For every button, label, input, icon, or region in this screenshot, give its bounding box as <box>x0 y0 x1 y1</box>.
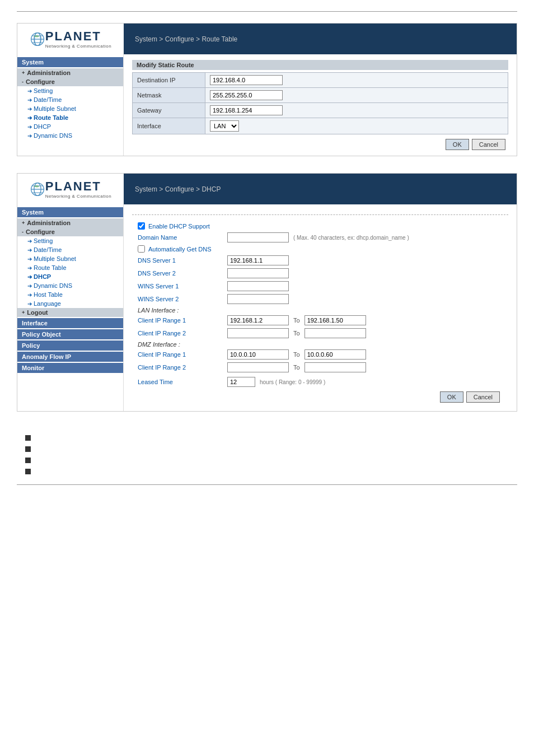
leased-time-label: Leased Time <box>138 379 227 385</box>
bullet-square-3 <box>25 458 31 463</box>
sidebar1-dhcp[interactable]: ➔ DHCP <box>17 122 123 131</box>
panel2-logo-text: PLANET Networking & Communication <box>45 179 111 199</box>
wins1-label: WINS Server 1 <box>138 283 227 290</box>
dmz-range1-to-separator: To <box>293 351 300 358</box>
dhcp-form: Enable DHCP Support Domain Name ( Max. 4… <box>132 220 508 405</box>
domain-name-input[interactable] <box>227 232 289 242</box>
bullet-item-3 <box>25 456 509 463</box>
globe-icon-2 <box>30 181 45 197</box>
arrow-icon-setting: ➔ <box>27 88 32 94</box>
panel1-logo: PLANET Networking & Communication <box>17 24 124 54</box>
panel-dhcp: PLANET Networking & Communication System… <box>17 173 517 412</box>
dns1-row: DNS Server 1 <box>138 255 503 265</box>
sidebar2-setting[interactable]: ➔ Setting <box>17 236 123 245</box>
leased-time-hint: hours ( Range: 0 - 99999 ) <box>260 379 325 385</box>
destination-ip-input[interactable] <box>210 75 283 85</box>
auto-dns-checkbox[interactable] <box>138 245 145 253</box>
sidebar1-dynamicdns[interactable]: ➔ Dynamic DNS <box>17 131 123 140</box>
dmz-range2-row: Client IP Range 2 To <box>138 362 503 372</box>
arrow2-datetime: ➔ <box>27 247 32 253</box>
panel1-main: Modify Static Route Destination IP Netma… <box>124 54 517 156</box>
form1-gateway-label: Gateway <box>133 103 205 118</box>
arrow-icon-datetime: ➔ <box>27 97 32 103</box>
form1-interface-label: Interface <box>133 118 205 134</box>
enable-dhcp-checkbox[interactable] <box>138 222 145 230</box>
sidebar2-logout[interactable]: + Logout <box>17 308 123 317</box>
domain-name-row: Domain Name ( Max. 40 characters, ex: dh… <box>138 232 503 242</box>
form1-ok-button[interactable]: OK <box>446 139 469 150</box>
dmz-range1-from-input[interactable] <box>227 349 289 360</box>
sidebar2-dynamicdns[interactable]: ➔ Dynamic DNS <box>17 281 123 290</box>
sidebar2-dhcp[interactable]: ➔ DHCP <box>17 272 123 281</box>
lan-range2-label: Client IP Range 2 <box>138 330 227 337</box>
dhcp-dotted-separator <box>132 214 508 215</box>
dns2-row: DNS Server 2 <box>138 268 503 278</box>
bullet-square-4 <box>25 469 31 474</box>
panel2-logo: PLANET Networking & Communication <box>17 174 124 204</box>
gateway-input[interactable] <box>210 105 283 115</box>
sidebar2-datetime[interactable]: ➔ Date/Time <box>17 245 123 254</box>
arrow2-dynamicdns: ➔ <box>27 283 32 289</box>
dns2-input[interactable] <box>227 268 289 278</box>
lan-range2-to-input[interactable] <box>305 328 366 338</box>
dmz-range2-to-input[interactable] <box>305 362 366 372</box>
wins2-input[interactable] <box>227 294 289 304</box>
panel2-tagline: Networking & Communication <box>45 194 111 199</box>
arrow2-setting: ➔ <box>27 238 32 244</box>
sidebar1-routetable[interactable]: ➔ Route Table <box>17 113 123 122</box>
arrow2-routetable: ➔ <box>27 265 32 271</box>
lan-range1-from-input[interactable] <box>227 315 289 325</box>
netmask-input[interactable] <box>210 90 283 100</box>
lan-interface-label: LAN Interface : <box>138 307 503 314</box>
wins1-input[interactable] <box>227 281 289 291</box>
sidebar2-language[interactable]: ➔ Language <box>17 299 123 308</box>
sidebar2-admin[interactable]: + Administration <box>17 218 123 227</box>
arrow-icon-multisubnet: ➔ <box>27 106 32 112</box>
arrow2-language: ➔ <box>27 301 32 307</box>
sidebar2-policy: Policy <box>17 340 123 351</box>
sidebar2-routetable[interactable]: ➔ Route Table <box>17 263 123 272</box>
form2-ok-button[interactable]: OK <box>440 391 463 403</box>
sidebar1-multisubnet[interactable]: ➔ Multiple Subnet <box>17 104 123 113</box>
form2-cancel-button[interactable]: Cancel <box>466 391 500 403</box>
arrow-icon-routetable: ➔ <box>27 115 32 121</box>
lan-range1-to-separator: To <box>293 317 300 324</box>
arrow2-hosttable: ➔ <box>27 292 32 298</box>
lan-range1-label: Client IP Range 1 <box>138 317 227 324</box>
domain-name-label: Domain Name <box>138 234 227 241</box>
sidebar2-multisubnet[interactable]: ➔ Multiple Subnet <box>17 254 123 263</box>
sidebar2-policyobject: Policy Object <box>17 329 123 339</box>
wins1-row: WINS Server 1 <box>138 281 503 291</box>
panel-route-table: PLANET Networking & Communication System… <box>17 23 517 156</box>
dmz-range1-to-input[interactable] <box>305 349 366 360</box>
sidebar2-hosttable[interactable]: ➔ Host Table <box>17 290 123 299</box>
panel2-main: Enable DHCP Support Domain Name ( Max. 4… <box>124 204 517 411</box>
dns1-label: DNS Server 1 <box>138 257 227 264</box>
panel1-tagline: Networking & Communication <box>45 44 111 49</box>
form1-dest-value <box>205 73 508 88</box>
dns1-input[interactable] <box>227 255 289 265</box>
domain-name-hint: ( Max. 40 characters, ex: dhcp.domain_na… <box>293 235 409 241</box>
auto-dns-row: Automatically Get DNS <box>138 245 503 253</box>
dmz-range2-from-input[interactable] <box>227 362 289 372</box>
sidebar1-datetime[interactable]: ➔ Date/Time <box>17 95 123 104</box>
form1-netmask-label: Netmask <box>133 88 205 103</box>
interface-select[interactable]: LAN WAN DMZ <box>210 120 239 132</box>
sidebar1-setting[interactable]: ➔ Setting <box>17 86 123 95</box>
sidebar1-system: System <box>17 57 123 67</box>
lan-range1-to-input[interactable] <box>305 315 366 325</box>
panel1-sidebar: System + Administration - Configure ➔ Se… <box>17 54 124 156</box>
panel1-body: System + Administration - Configure ➔ Se… <box>17 54 517 156</box>
form1-cancel-button[interactable]: Cancel <box>472 139 505 150</box>
sidebar2-anomaly: Anomaly Flow IP <box>17 352 123 362</box>
lan-range2-from-input[interactable] <box>227 328 289 338</box>
bullets-section <box>17 428 517 484</box>
bullet-item-2 <box>25 445 509 452</box>
sidebar1-admin[interactable]: + Administration <box>17 68 123 77</box>
form1-gateway-value <box>205 103 508 118</box>
sidebar1-configure[interactable]: - Configure <box>17 77 123 86</box>
sidebar2-configure[interactable]: - Configure <box>17 227 123 236</box>
configure-expand-icon: - <box>22 79 24 85</box>
leased-time-input[interactable] <box>227 377 255 387</box>
form1-title: Modify Static Route <box>132 60 508 70</box>
